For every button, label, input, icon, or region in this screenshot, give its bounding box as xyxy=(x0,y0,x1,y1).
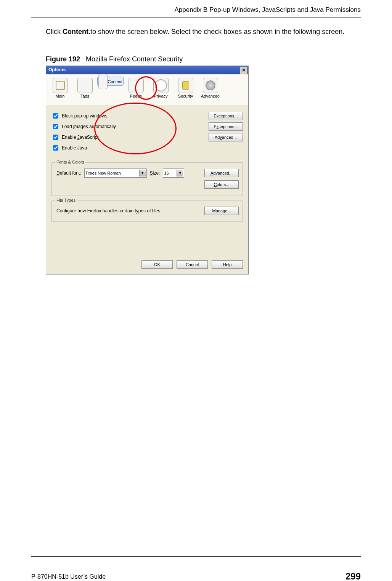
tab-label: Security xyxy=(174,94,198,98)
chevron-down-icon: ▼ xyxy=(177,170,183,177)
close-button[interactable]: ✕ xyxy=(240,67,247,74)
figure-number: Figure 192 xyxy=(46,55,80,63)
panels: Block pop-up windows Exceptions... Load … xyxy=(46,105,248,222)
group-legend: File Types xyxy=(55,198,77,202)
checkbox[interactable] xyxy=(53,135,58,140)
tab-label: Privacy xyxy=(149,94,173,98)
help-button[interactable]: Help xyxy=(212,260,243,269)
tab-security[interactable]: Security xyxy=(173,77,198,102)
default-font-select[interactable]: Times New Roman▼ xyxy=(84,169,147,178)
size-label: Size: xyxy=(150,170,160,176)
colors-button[interactable]: Colors... xyxy=(204,180,239,189)
tab-tabs[interactable]: Tabs xyxy=(72,77,97,102)
check-label: Block pop-up windows xyxy=(62,113,107,119)
exceptions-button[interactable]: Exceptions... xyxy=(209,112,243,120)
footer-page-number: 299 xyxy=(345,571,361,581)
tab-label: Main xyxy=(48,94,72,98)
intro-post: .to show the screen below. Select the ch… xyxy=(88,28,344,35)
check-enable-javascript[interactable]: Enable JavaScript xyxy=(51,133,99,141)
intro-bold: Content xyxy=(63,28,88,35)
check-label: Load images automatically xyxy=(62,124,116,129)
feeds-icon xyxy=(129,78,144,93)
select-value: Times New Roman xyxy=(85,171,121,175)
check-label: Enable Java xyxy=(62,145,87,151)
content-checks: Block pop-up windows Exceptions... Load … xyxy=(51,111,243,156)
manage-button[interactable]: Manage... xyxy=(204,207,239,215)
privacy-icon xyxy=(153,78,169,93)
tabs-icon xyxy=(77,78,93,93)
figure-title: Mozilla Firefox Content Security xyxy=(86,55,183,63)
ok-button[interactable]: OK xyxy=(141,260,173,269)
toolbar: Main Tabs Content Feeds Privacy Security… xyxy=(46,74,248,105)
appendix-title: Appendix B Pop-up Windows, JavaScripts a… xyxy=(174,6,361,14)
cancel-button[interactable]: Cancel xyxy=(177,260,208,269)
advanced-button[interactable]: Advanced... xyxy=(209,133,243,141)
figure-caption: Figure 192 Mozilla Firefox Content Secur… xyxy=(46,55,183,63)
tab-label: Feeds xyxy=(124,94,148,98)
tab-privacy[interactable]: Privacy xyxy=(148,77,173,102)
check-label: Enable JavaScript xyxy=(62,135,99,140)
options-dialog: Options ✕ Main Tabs Content Feeds Privac… xyxy=(46,66,249,274)
check-block-popup[interactable]: Block pop-up windows xyxy=(51,112,107,120)
main-icon xyxy=(53,78,68,93)
row-enable-java: Enable Java xyxy=(51,143,243,152)
tab-feeds[interactable]: Feeds xyxy=(124,77,148,102)
security-icon xyxy=(178,78,193,93)
content-icon xyxy=(98,74,108,89)
row-load-images: Load images automatically Exceptions... xyxy=(51,122,243,131)
tab-label: Advanced xyxy=(198,94,222,98)
file-types-group: File Types Configure how Firefox handles… xyxy=(51,201,243,222)
tab-label: Tabs xyxy=(73,94,97,98)
dialog-footer: OK Cancel Help xyxy=(141,260,243,269)
page-header: Appendix B Pop-up Windows, JavaScripts a… xyxy=(31,6,361,18)
tab-advanced[interactable]: Advanced xyxy=(198,77,223,102)
instruction-text: Click Content.to show the screen below. … xyxy=(46,27,346,37)
row-colors: Colors... xyxy=(56,180,239,189)
tab-content[interactable]: Content xyxy=(97,77,124,86)
tab-label: Content xyxy=(108,79,122,84)
select-value: 16 xyxy=(164,171,169,175)
intro-pre: Click xyxy=(46,28,63,35)
svg-point-0 xyxy=(133,87,134,88)
advanced-icon xyxy=(203,78,218,93)
checkbox[interactable] xyxy=(53,113,58,119)
row-default-font: Default font: Times New Roman▼ Size: 16▼… xyxy=(56,168,239,178)
row-enable-js: Enable JavaScript Advanced... xyxy=(51,133,243,142)
fonts-advanced-button[interactable]: Advanced... xyxy=(204,169,239,177)
tab-main[interactable]: Main xyxy=(48,77,72,102)
titlebar-text: Options xyxy=(46,66,68,74)
footer-guide: P-870HN-51b User’s Guide xyxy=(31,573,106,580)
file-types-desc: Configure how Firefox handles certain ty… xyxy=(56,208,160,213)
fonts-colors-group: Fonts & Colors Default font: Times New R… xyxy=(51,162,243,196)
exceptions-button[interactable]: Exceptions... xyxy=(209,122,243,131)
size-select[interactable]: 16▼ xyxy=(163,169,184,178)
default-font-label: Default font: xyxy=(56,170,81,176)
chevron-down-icon: ▼ xyxy=(139,170,146,177)
check-enable-java[interactable]: Enable Java xyxy=(51,144,87,152)
checkbox[interactable] xyxy=(53,124,58,129)
titlebar: Options ✕ xyxy=(46,66,248,74)
page-footer: P-870HN-51b User’s Guide 299 xyxy=(31,556,361,570)
check-load-images[interactable]: Load images automatically xyxy=(51,123,116,130)
checkbox[interactable] xyxy=(53,145,58,151)
row-block-popup: Block pop-up windows Exceptions... xyxy=(51,111,243,120)
row-file-types: Configure how Firefox handles certain ty… xyxy=(56,206,239,215)
group-legend: Fonts & Colors xyxy=(55,160,86,164)
